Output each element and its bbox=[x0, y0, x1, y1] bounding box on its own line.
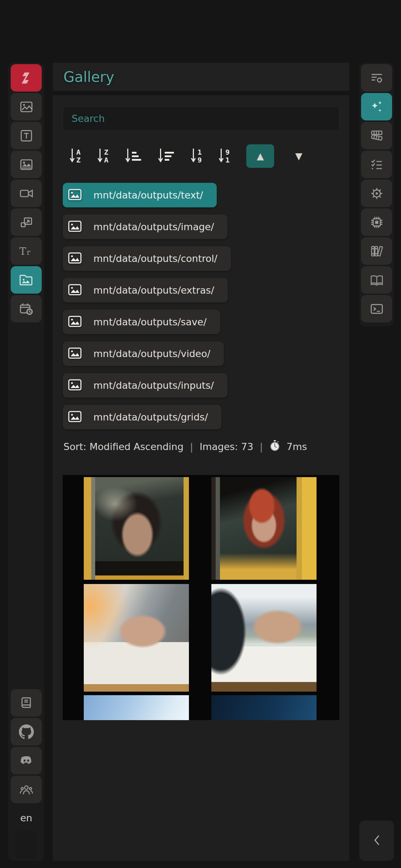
folder-path: mnt/data/outputs/inputs/ bbox=[93, 380, 214, 391]
image-outline-icon bbox=[19, 100, 34, 114]
gallery-image[interactable] bbox=[84, 477, 189, 580]
image-frame-icon bbox=[68, 410, 82, 424]
sidebar-item-settings[interactable] bbox=[361, 180, 392, 207]
gallery-image[interactable] bbox=[211, 584, 317, 692]
terminal-icon bbox=[370, 302, 384, 316]
sidebar-item-text[interactable] bbox=[11, 122, 42, 149]
sidebar-item-home[interactable] bbox=[11, 64, 42, 92]
image-filled-icon bbox=[19, 157, 34, 172]
collapse-sidebar-button[interactable] bbox=[359, 821, 394, 861]
left-sidebar: T r bbox=[8, 63, 44, 861]
docs-book-icon bbox=[19, 696, 34, 710]
github-button[interactable] bbox=[11, 718, 42, 745]
sort-ascending-toggle[interactable]: ▲ bbox=[246, 144, 274, 168]
right-sidebar bbox=[359, 63, 394, 326]
gallery-image[interactable] bbox=[84, 695, 189, 720]
sidebar-item-networks[interactable] bbox=[361, 237, 392, 265]
image-count-label: Images: 73 bbox=[200, 441, 253, 452]
sort-amount-desc-button[interactable] bbox=[158, 148, 174, 165]
chip-icon bbox=[370, 215, 384, 229]
folder-chip[interactable]: mnt/data/outputs/grids/ bbox=[63, 405, 221, 429]
sort-numeric-asc-button[interactable]: 19 bbox=[191, 148, 202, 165]
image-frame-icon bbox=[68, 188, 82, 202]
stopwatch-icon bbox=[269, 439, 280, 454]
sort-amount-asc-button[interactable] bbox=[125, 148, 141, 165]
folder-chip[interactable]: mnt/data/outputs/text/ bbox=[63, 183, 217, 207]
sort-alpha-asc-button[interactable]: AZ bbox=[70, 148, 81, 165]
page-header: Gallery bbox=[53, 63, 349, 91]
upscale-icon bbox=[19, 215, 34, 229]
image-frame-icon bbox=[68, 379, 82, 392]
sort-alpha-desc-button[interactable]: ZA bbox=[97, 148, 108, 165]
sort-toolbar: AZ ZA bbox=[70, 144, 349, 168]
sort-descending-toggle[interactable]: ▼ bbox=[285, 144, 313, 168]
sidebar-item-upscale[interactable] bbox=[11, 208, 42, 236]
library-books-icon bbox=[369, 244, 384, 259]
sort-amount-desc-icon bbox=[158, 148, 163, 165]
film-rolls-icon bbox=[369, 128, 384, 143]
image-frame-icon bbox=[68, 315, 82, 329]
sidebar-item-img2img[interactable] bbox=[11, 151, 42, 178]
gallery-image[interactable] bbox=[211, 695, 317, 720]
open-book-icon bbox=[369, 273, 384, 287]
sidebar-item-video[interactable] bbox=[11, 180, 42, 207]
discord-button[interactable] bbox=[11, 747, 42, 774]
sort-amount-asc-icon bbox=[125, 148, 130, 165]
sidebar-item-tasks[interactable] bbox=[361, 151, 392, 178]
sidebar-item-console[interactable] bbox=[361, 295, 392, 322]
community-people-icon bbox=[19, 782, 34, 797]
page-title: Gallery bbox=[63, 69, 114, 85]
sort-numeric-desc-button[interactable]: 91 bbox=[219, 148, 230, 165]
gear-icon bbox=[370, 186, 384, 201]
folder-path: mnt/data/outputs/text/ bbox=[93, 190, 203, 201]
docs-button[interactable] bbox=[11, 689, 42, 717]
gallery-panel: AZ ZA bbox=[53, 95, 349, 861]
status-separator: | bbox=[260, 441, 263, 452]
chevron-left-icon bbox=[373, 834, 381, 848]
image-frame-icon bbox=[68, 252, 82, 265]
svg-text:r: r bbox=[27, 248, 30, 256]
video-camera-icon bbox=[19, 186, 34, 201]
sort-alpha-asc-icon bbox=[70, 148, 75, 165]
sidebar-item-txt2img[interactable] bbox=[11, 93, 42, 120]
folder-chip[interactable]: mnt/data/outputs/extras/ bbox=[63, 278, 228, 303]
sort-alpha-desc-icon bbox=[97, 148, 103, 165]
image-frame-icon bbox=[68, 347, 82, 361]
folder-chip[interactable]: mnt/data/outputs/video/ bbox=[63, 341, 224, 366]
app-screen: T r bbox=[0, 0, 401, 868]
image-grid bbox=[63, 475, 339, 720]
search-input[interactable] bbox=[63, 107, 339, 130]
sidebar-item-wiki[interactable] bbox=[361, 266, 392, 294]
discord-icon bbox=[19, 754, 34, 768]
gallery-image[interactable] bbox=[211, 477, 317, 580]
status-separator: | bbox=[190, 441, 193, 452]
text-tool-icon bbox=[19, 129, 34, 143]
folder-path: mnt/data/outputs/save/ bbox=[93, 316, 207, 327]
gallery-image[interactable] bbox=[84, 584, 189, 692]
folder-chip[interactable]: mnt/data/outputs/image/ bbox=[63, 215, 227, 239]
sidebar-item-system[interactable] bbox=[361, 208, 392, 236]
checklist-icon bbox=[370, 157, 384, 172]
sidebar-item-gallery[interactable] bbox=[11, 266, 42, 294]
folder-path: mnt/data/outputs/control/ bbox=[93, 253, 217, 264]
calendar-clock-icon bbox=[19, 302, 34, 316]
community-button[interactable] bbox=[11, 776, 42, 803]
sdnext-logo-icon bbox=[19, 71, 34, 85]
sparkles-icon bbox=[369, 99, 384, 114]
sidebar-item-caption[interactable]: T r bbox=[11, 237, 42, 265]
sidebar-item-generation-settings[interactable] bbox=[361, 64, 392, 92]
folder-list: mnt/data/outputs/text/ mnt/data/outputs/… bbox=[63, 183, 349, 429]
folder-chip[interactable]: mnt/data/outputs/save/ bbox=[63, 310, 220, 334]
sidebar-item-enhance[interactable] bbox=[361, 93, 392, 120]
language-selector[interactable]: en bbox=[8, 812, 44, 823]
folder-chip[interactable]: mnt/data/outputs/control/ bbox=[63, 246, 231, 271]
folder-chip[interactable]: mnt/data/outputs/inputs/ bbox=[63, 373, 227, 398]
caret-up-icon: ▲ bbox=[257, 151, 264, 161]
caption-text-icon: T r bbox=[19, 244, 34, 258]
folder-path: mnt/data/outputs/grids/ bbox=[93, 412, 208, 423]
sidebar-item-history[interactable] bbox=[11, 295, 42, 322]
sidebar-item-models[interactable] bbox=[361, 122, 392, 149]
left-sidebar-top: T r bbox=[8, 63, 44, 322]
image-frame-icon bbox=[68, 220, 82, 234]
hidden-button[interactable] bbox=[16, 831, 37, 858]
